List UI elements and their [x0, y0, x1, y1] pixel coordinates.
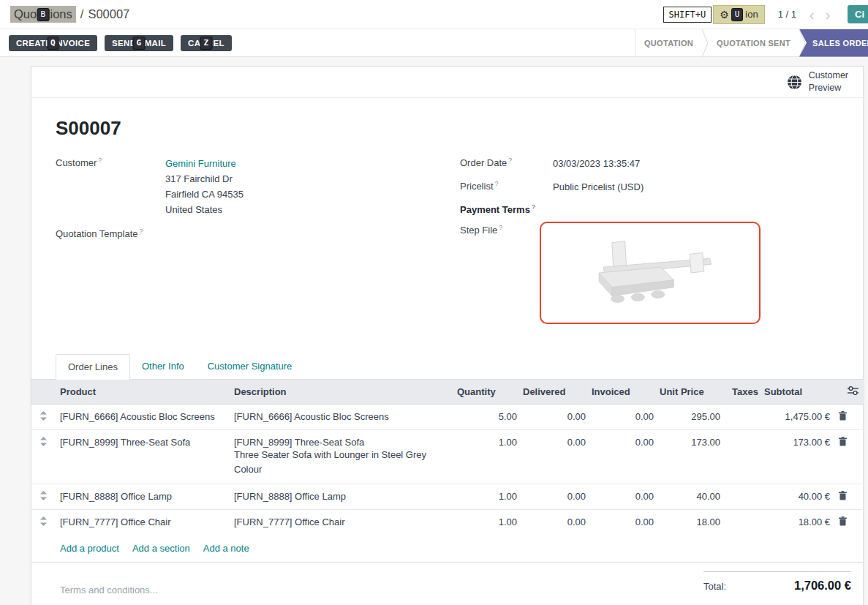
hint-badge-cancel: Z [200, 37, 211, 49]
cancel-button[interactable]: CANCEL Z [181, 35, 232, 51]
cell-description[interactable]: [FURN_6666] Acoustic Bloc Screens [231, 405, 454, 430]
top-bar: Quotations B / S00007 SHIFT+U ⚙ U ion 1 … [0, 0, 868, 29]
customer-field-label: Customer? [56, 156, 165, 217]
field-order-date: Order Date? 03/03/2023 13:35:47 [460, 156, 851, 171]
trash-icon [839, 437, 847, 446]
delete-row-button[interactable] [834, 510, 864, 536]
terms-and-conditions-field[interactable]: Terms and conditions... [60, 571, 158, 595]
cell-delivered[interactable]: 0.00 [520, 430, 589, 484]
optional-columns-header[interactable] [834, 380, 864, 405]
hint-badge-action: U [732, 9, 743, 20]
cell-quantity[interactable]: 1.00 [454, 510, 520, 536]
pager-previous-icon[interactable]: ‹ [804, 7, 820, 22]
customer-preview-link[interactable]: Customer Preview [31, 67, 863, 98]
cell-description[interactable]: [FURN_7777] Office Chair [231, 510, 454, 536]
drag-handle[interactable] [31, 484, 56, 510]
order-lines-table: Product Description Quantity Delivered I… [31, 380, 864, 535]
status-step-quotation[interactable]: QUOTATION [635, 29, 702, 57]
cell-description[interactable]: [FURN_8999] Three-Seat Sofa Three Seater… [231, 430, 454, 484]
status-separator-icon [702, 29, 708, 57]
trash-icon [839, 516, 847, 526]
cell-subtotal: 40.00 € [761, 484, 834, 510]
cell-product[interactable]: [FURN_6666] Acoustic Bloc Screens [56, 405, 231, 430]
drag-handle-icon [40, 411, 47, 421]
optional-columns-icon [848, 386, 858, 395]
column-header-invoiced: Invoiced [589, 380, 657, 405]
column-header-subtotal: Subtotal [761, 380, 834, 405]
step-file-3d-preview [573, 230, 727, 316]
customer-field-value: Gemini Furniture 317 Fairchild Dr Fairfi… [165, 156, 244, 217]
statusbar: QUOTATION QUOTATION SENT SALES ORDER [635, 29, 868, 57]
drag-handle[interactable] [31, 405, 56, 430]
description-line1: [FURN_8999] Three-Seat Sofa [234, 437, 451, 448]
cell-delivered[interactable]: 0.00 [520, 510, 589, 536]
status-step-quotation-sent[interactable]: QUOTATION SENT [708, 29, 799, 57]
cell-quantity[interactable]: 1.00 [454, 484, 520, 510]
breadcrumb-parent-link[interactable]: Quotations B [10, 6, 76, 23]
create-invoice-button[interactable]: CREATE INVOICE Q [9, 35, 97, 51]
cell-taxes[interactable] [723, 484, 761, 510]
action-buttons: CREATE INVOICE Q SEND EMAIL G CANCEL Z [9, 35, 232, 51]
pager-next-icon[interactable]: › [820, 7, 836, 22]
order-line-row: [FURN_6666] Acoustic Bloc Screens [FURN_… [31, 405, 864, 430]
cell-product[interactable]: [FURN_7777] Office Chair [56, 510, 231, 536]
order-date-value[interactable]: 03/03/2023 13:35:47 [553, 156, 640, 171]
status-step-sales-order[interactable]: SALES ORDER [799, 29, 868, 57]
sheet-footer: Terms and conditions... Total: 1,706.00 … [56, 571, 851, 595]
help-icon: ? [495, 180, 499, 187]
send-email-button[interactable]: SEND EMAIL G [105, 35, 173, 51]
tab-other-info[interactable]: Other Info [130, 354, 196, 379]
cell-delivered[interactable]: 0.00 [520, 405, 589, 430]
cell-taxes[interactable] [723, 430, 761, 484]
tab-customer-signature[interactable]: Customer Signature [196, 354, 304, 379]
cell-taxes[interactable] [723, 510, 761, 536]
delete-row-button[interactable] [834, 430, 864, 484]
help-icon: ? [532, 203, 536, 211]
order-line-row: [FURN_8999] Three-Seat Sofa [FURN_8999] … [31, 430, 864, 484]
pricelist-value[interactable]: Public Pricelist (USD) [553, 179, 644, 195]
cell-delivered[interactable]: 0.00 [520, 484, 589, 510]
cell-invoiced[interactable]: 0.00 [589, 405, 657, 430]
cell-invoiced[interactable]: 0.00 [589, 430, 657, 484]
customer-link[interactable]: Gemini Furniture [165, 158, 236, 169]
tab-bar: Order Lines Other Info Customer Signatur… [31, 354, 863, 380]
action-menu-button[interactable]: ⚙ U ion [713, 5, 765, 24]
cell-unit-price[interactable]: 40.00 [657, 484, 723, 510]
shortcut-hint-box: SHIFT+U [663, 7, 712, 23]
customer-address: 317 Fairchild Dr Fairfield CA 94535 Unit… [165, 171, 244, 217]
order-date-label: Order Date? [460, 156, 553, 171]
cell-subtotal: 1,475.00 € [761, 405, 834, 430]
edge-partial-button[interactable]: Ci [848, 5, 868, 23]
trash-icon [839, 491, 847, 500]
cell-quantity[interactable]: 5.00 [454, 405, 520, 430]
delete-row-button[interactable] [834, 484, 864, 510]
help-icon: ? [499, 224, 502, 231]
drag-handle[interactable] [31, 510, 56, 536]
step-file-image-field[interactable] [540, 222, 761, 324]
cell-quantity[interactable]: 1.00 [454, 430, 520, 484]
form-sheet: Customer Preview S00007 Customer? Gemini… [31, 66, 864, 605]
add-product-link[interactable]: Add a product [60, 543, 119, 554]
cell-taxes[interactable] [723, 405, 761, 430]
line-footer-links: Add a product Add a section Add a note [31, 535, 863, 563]
cell-unit-price[interactable]: 295.00 [657, 405, 723, 430]
cell-description[interactable]: [FURN_8888] Office Lamp [231, 484, 454, 510]
add-note-link[interactable]: Add a note [203, 543, 249, 554]
column-header-quantity: Quantity [454, 380, 520, 405]
breadcrumb-separator: / [80, 7, 84, 21]
column-header-delivered: Delivered [520, 380, 589, 405]
tab-order-lines[interactable]: Order Lines [56, 354, 130, 380]
cell-invoiced[interactable]: 0.00 [589, 510, 657, 536]
drag-handle[interactable] [31, 430, 56, 484]
column-header-taxes: Taxes [723, 380, 761, 405]
cell-invoiced[interactable]: 0.00 [589, 484, 657, 510]
cell-unit-price[interactable]: 18.00 [657, 510, 723, 536]
cell-product[interactable]: [FURN_8888] Office Lamp [56, 484, 231, 510]
add-section-link[interactable]: Add a section [132, 543, 190, 554]
handle-column-header [31, 380, 56, 405]
step-file-label: Step File? [460, 223, 540, 324]
delete-row-button[interactable] [834, 405, 864, 430]
cell-product[interactable]: [FURN_8999] Three-Seat Sofa [56, 430, 231, 484]
field-customer: Customer? Gemini Furniture 317 Fairchild… [56, 156, 460, 217]
cell-unit-price[interactable]: 173.00 [657, 430, 723, 484]
